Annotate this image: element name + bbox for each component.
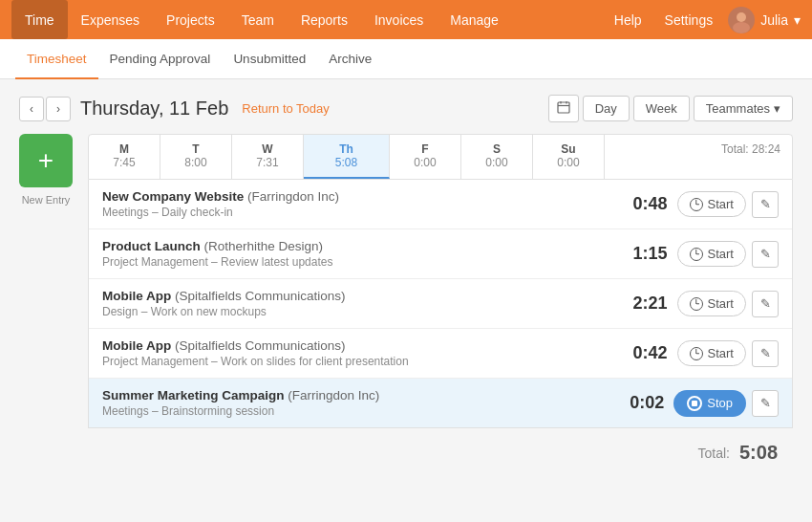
top-nav: Time Expenses Projects Team Reports Invo… xyxy=(0,0,812,39)
day-name-wed: W xyxy=(242,142,293,156)
entry-company: (Spitalfields Communications) xyxy=(175,338,346,353)
day-col-mon: M 7:45 xyxy=(89,135,160,179)
entry-project-name: Summer Marketing Campaign (Farringdon In… xyxy=(102,388,614,402)
entry-details: Meetings – Daily check-in xyxy=(102,206,618,219)
stop-label: Stop xyxy=(707,396,733,410)
day-name-fri: F xyxy=(399,142,451,156)
entry-time: 0:02 xyxy=(614,393,664,413)
total-footer: Total: 5:08 xyxy=(88,428,793,477)
avatar xyxy=(728,7,755,33)
entry-project-name: Mobile App (Spitalfields Communications) xyxy=(102,338,618,353)
start-button[interactable]: Start xyxy=(677,241,746,267)
nav-expenses[interactable]: Expenses xyxy=(68,0,153,39)
day-col-wed: W 7:31 xyxy=(232,135,304,179)
week-view-button[interactable]: Week xyxy=(633,96,690,121)
nav-team[interactable]: Team xyxy=(228,0,288,39)
table-row: Mobile App (Spitalfields Communications)… xyxy=(89,329,792,379)
stop-button[interactable]: Stop xyxy=(673,390,746,417)
teammates-chevron-icon: ▾ xyxy=(774,101,780,116)
view-controls: Day Week Teammates ▾ xyxy=(548,95,793,122)
tab-timesheet[interactable]: Timesheet xyxy=(15,39,98,79)
table-row: Mobile App (Spitalfields Communications)… xyxy=(89,279,792,329)
help-link[interactable]: Help xyxy=(607,12,650,28)
start-label: Start xyxy=(708,197,734,211)
day-time-wed: 7:31 xyxy=(242,156,293,169)
edit-button[interactable]: ✎ xyxy=(752,191,779,218)
timesheet: M 7:45 T 8:00 W 7:31 Th 5:08 F 0:00 xyxy=(88,134,793,477)
entry-details: Project Management – Review latest updat… xyxy=(102,255,618,269)
day-name-sat: S xyxy=(471,142,523,156)
clock-icon xyxy=(690,297,703,311)
day-time-tue: 8:00 xyxy=(170,156,222,169)
entry-time: 2:21 xyxy=(618,294,668,314)
stop-icon xyxy=(687,396,702,411)
entry-project-name: Mobile App (Spitalfields Communications) xyxy=(102,289,618,303)
content-area: + New Entry M 7:45 T 8:00 W 7:31 xyxy=(19,134,793,477)
date-header: ‹ › Thursday, 11 Feb Return to Today Day… xyxy=(19,95,793,122)
day-col-sun: Su 0:00 xyxy=(533,135,605,179)
day-view-button[interactable]: Day xyxy=(583,96,630,121)
teammates-button[interactable]: Teammates ▾ xyxy=(694,96,793,121)
day-time-thu: 5:08 xyxy=(313,156,379,169)
tab-pending-approval[interactable]: Pending Approval xyxy=(98,39,223,79)
return-to-today-link[interactable]: Return to Today xyxy=(242,101,330,116)
table-row: Product Launch (Rotherhithe Design) Proj… xyxy=(89,229,792,279)
day-col-tue: T 8:00 xyxy=(160,135,232,179)
new-entry-button[interactable]: + xyxy=(19,134,73,187)
current-date: Thursday, 11 Feb xyxy=(80,98,228,120)
nav-invoices[interactable]: Invoices xyxy=(361,0,437,39)
settings-link[interactable]: Settings xyxy=(657,12,721,28)
entry-actions: Start ✎ xyxy=(677,241,779,268)
edit-button[interactable]: ✎ xyxy=(752,241,779,268)
day-name-mon: M xyxy=(98,142,150,156)
day-col-thu[interactable]: Th 5:08 xyxy=(304,135,390,179)
entry-info: New Company Website (Farringdon Inc) Mee… xyxy=(102,189,618,219)
entry-project-name: New Company Website (Farringdon Inc) xyxy=(102,189,618,204)
edit-button[interactable]: ✎ xyxy=(752,340,779,367)
start-button[interactable]: Start xyxy=(677,191,746,217)
day-time-fri: 0:00 xyxy=(399,156,451,169)
entry-company: (Spitalfields Communications) xyxy=(175,289,346,303)
day-time-mon: 7:45 xyxy=(98,156,150,169)
day-name-thu: Th xyxy=(313,142,379,156)
entry-actions: Start ✎ xyxy=(677,340,779,367)
start-button[interactable]: Start xyxy=(677,340,746,366)
entry-time: 0:42 xyxy=(618,343,668,363)
footer-total-label: Total: xyxy=(698,446,730,461)
day-time-sat: 0:00 xyxy=(471,156,523,169)
entry-info: Mobile App (Spitalfields Communications)… xyxy=(102,338,618,368)
nav-time[interactable]: Time xyxy=(11,0,68,39)
start-label: Start xyxy=(708,247,734,261)
nav-reports[interactable]: Reports xyxy=(288,0,361,39)
nav-manage[interactable]: Manage xyxy=(437,0,512,39)
start-label: Start xyxy=(708,346,734,360)
start-button[interactable]: Start xyxy=(677,291,746,316)
edit-button[interactable]: ✎ xyxy=(752,291,779,317)
entry-company: (Farringdon Inc) xyxy=(288,388,379,402)
entry-actions: Start ✎ xyxy=(677,291,779,317)
clock-icon xyxy=(690,198,703,211)
entry-company: (Farringdon Inc) xyxy=(247,189,339,204)
entries-list: New Company Website (Farringdon Inc) Mee… xyxy=(88,180,793,428)
user-menu[interactable]: Julia ▾ xyxy=(728,7,801,33)
entry-time: 0:48 xyxy=(618,194,668,214)
clock-icon xyxy=(690,248,703,261)
edit-button[interactable]: ✎ xyxy=(752,390,779,417)
user-name: Julia xyxy=(760,12,788,28)
new-entry-section: + New Entry xyxy=(19,134,73,477)
entry-time: 1:15 xyxy=(618,244,668,264)
entry-actions: Stop ✎ xyxy=(673,390,779,417)
entry-details: Project Management – Work on slides for … xyxy=(102,355,618,368)
entry-project-name: Product Launch (Rotherhithe Design) xyxy=(102,239,618,253)
tab-unsubmitted[interactable]: Unsubmitted xyxy=(222,39,317,79)
next-week-button[interactable]: › xyxy=(46,97,71,121)
clock-icon xyxy=(690,347,703,360)
calendar-icon-button[interactable] xyxy=(548,95,579,122)
nav-projects[interactable]: Projects xyxy=(153,0,228,39)
tab-archive[interactable]: Archive xyxy=(317,39,383,79)
table-row: New Company Website (Farringdon Inc) Mee… xyxy=(89,180,792,229)
user-chevron-icon: ▾ xyxy=(794,12,801,28)
prev-week-button[interactable]: ‹ xyxy=(19,97,44,121)
day-time-sun: 0:00 xyxy=(543,156,594,169)
svg-point-0 xyxy=(737,12,746,22)
